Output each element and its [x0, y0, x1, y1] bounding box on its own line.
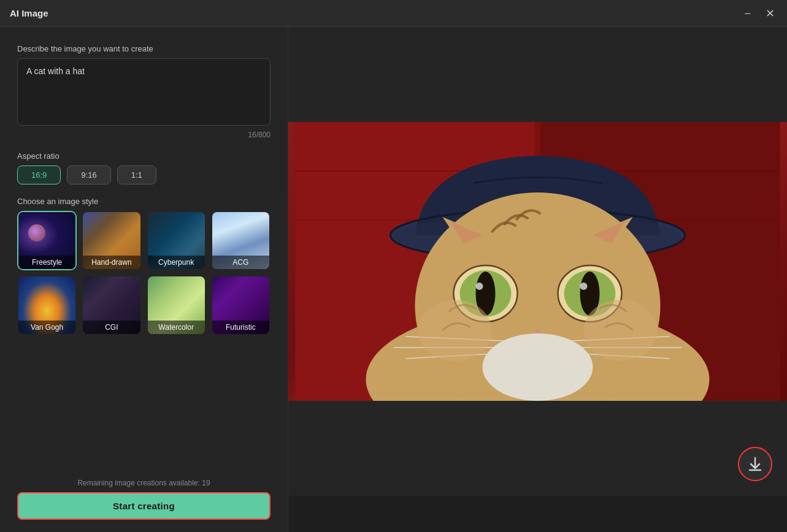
- style-item-cyberpunk[interactable]: Cyberpunk: [147, 211, 206, 270]
- aspect-btn-16-9[interactable]: 16:9: [17, 165, 61, 184]
- style-label-cgi: CGI: [83, 321, 140, 334]
- char-count: 16/800: [17, 131, 271, 139]
- style-section: Choose an image style Freestyle Hand-dra…: [17, 197, 271, 335]
- aspect-label: Aspect ratio: [17, 151, 271, 161]
- download-icon: [747, 456, 763, 472]
- style-label-cyberpunk: Cyberpunk: [148, 256, 205, 269]
- style-label-watercolor: Watercolor: [148, 321, 205, 334]
- style-grid: Freestyle Hand-drawn Cyberpunk ACG Van G: [17, 211, 271, 335]
- start-creating-button[interactable]: Start creating: [17, 492, 271, 520]
- aspect-ratio-section: Aspect ratio 16:9 9:16 1:1: [17, 151, 271, 184]
- title-bar: AI Image − ✕: [0, 0, 787, 27]
- prompt-textarea[interactable]: A cat with a hat: [17, 58, 271, 126]
- remaining-text: Remaining image creations available: 19: [17, 479, 271, 487]
- style-item-freestyle[interactable]: Freestyle: [17, 211, 77, 270]
- cat-illustration: [288, 122, 787, 401]
- aspect-btn-9-16[interactable]: 9:16: [67, 165, 110, 184]
- generated-image: [288, 122, 787, 401]
- style-item-watercolor[interactable]: Watercolor: [147, 275, 206, 335]
- close-button[interactable]: ✕: [763, 7, 777, 20]
- image-area-top: [288, 27, 787, 122]
- prompt-section: Describe the image you want to create A …: [17, 44, 271, 139]
- style-item-cgi[interactable]: CGI: [82, 275, 141, 335]
- window-title: AI Image: [10, 8, 48, 18]
- window-controls: − ✕: [742, 7, 777, 20]
- aspect-btn-1-1[interactable]: 1:1: [117, 165, 156, 184]
- aspect-ratio-group: 16:9 9:16 1:1: [17, 165, 271, 184]
- style-item-futuristic[interactable]: Futuristic: [211, 275, 271, 335]
- right-panel: [288, 27, 787, 532]
- svg-point-18: [476, 283, 483, 290]
- style-item-acg[interactable]: ACG: [211, 211, 271, 270]
- style-label-vangogh: Van Gogh: [18, 321, 75, 334]
- style-item-vangogh[interactable]: Van Gogh: [17, 275, 77, 335]
- style-label-handdrawn: Hand-drawn: [83, 256, 140, 269]
- svg-point-23: [580, 283, 588, 290]
- svg-point-34: [418, 300, 492, 361]
- style-label: Choose an image style: [17, 197, 271, 206]
- svg-point-33: [483, 333, 593, 401]
- download-button[interactable]: [738, 447, 772, 481]
- left-panel: Describe the image you want to create A …: [0, 27, 288, 532]
- image-area-bottom: [288, 401, 787, 496]
- style-label-acg: ACG: [212, 256, 269, 269]
- prompt-label: Describe the image you want to create: [17, 44, 271, 53]
- bottom-area: Remaining image creations available: 19 …: [17, 479, 271, 520]
- minimize-button[interactable]: −: [742, 7, 753, 20]
- main-layout: Describe the image you want to create A …: [0, 27, 787, 532]
- style-label-futuristic: Futuristic: [212, 321, 269, 334]
- svg-point-35: [584, 300, 658, 361]
- style-label-freestyle: Freestyle: [18, 256, 75, 269]
- style-item-handdrawn[interactable]: Hand-drawn: [82, 211, 141, 270]
